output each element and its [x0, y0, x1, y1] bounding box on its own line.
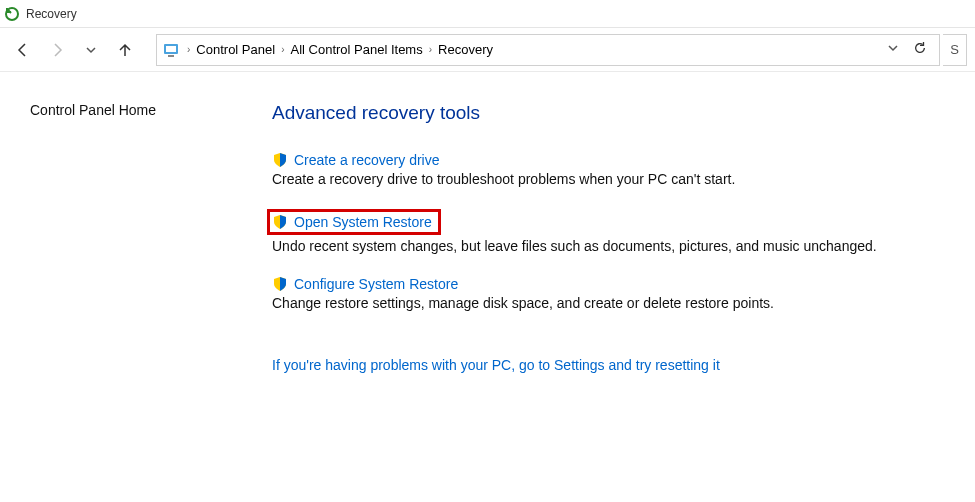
search-placeholder: S [950, 42, 959, 57]
create-recovery-drive-link[interactable]: Create a recovery drive [294, 152, 440, 168]
forward-button[interactable] [42, 35, 72, 65]
control-panel-icon [163, 41, 181, 59]
svg-rect-2 [166, 46, 176, 52]
titlebar: Recovery [0, 0, 975, 28]
open-system-restore-desc: Undo recent system changes, but leave fi… [272, 238, 955, 254]
recovery-app-icon [4, 6, 20, 22]
open-system-restore-link[interactable]: Open System Restore [294, 214, 432, 230]
content-area: Control Panel Home Advanced recovery too… [0, 72, 975, 373]
refresh-button[interactable] [913, 41, 927, 58]
shield-icon [272, 152, 288, 168]
configure-system-restore-desc: Change restore settings, manage disk spa… [272, 295, 955, 311]
shield-icon [272, 276, 288, 292]
tool-configure-system-restore: Configure System Restore Change restore … [272, 276, 955, 311]
control-panel-home-link[interactable]: Control Panel Home [30, 102, 250, 118]
breadcrumb-recovery[interactable]: Recovery [438, 42, 493, 57]
back-button[interactable] [8, 35, 38, 65]
svg-rect-3 [168, 55, 174, 57]
settings-reset-link[interactable]: If you're having problems with your PC, … [272, 357, 720, 373]
main-panel: Advanced recovery tools Create a recover… [250, 102, 975, 373]
highlight-box: Open System Restore [267, 209, 441, 235]
search-box[interactable]: S [943, 34, 967, 66]
shield-icon [272, 214, 288, 230]
up-button[interactable] [110, 35, 140, 65]
sidebar: Control Panel Home [0, 102, 250, 373]
tool-open-system-restore: Open System Restore Undo recent system c… [272, 209, 955, 254]
chevron-right-icon: › [429, 44, 432, 55]
address-bar[interactable]: › Control Panel › All Control Panel Item… [156, 34, 940, 66]
chevron-right-icon: › [281, 44, 284, 55]
page-heading: Advanced recovery tools [272, 102, 955, 124]
chevron-right-icon: › [187, 44, 190, 55]
address-dropdown-icon[interactable] [887, 42, 899, 57]
window-title: Recovery [26, 7, 77, 21]
breadcrumb-all-items[interactable]: All Control Panel Items [290, 42, 422, 57]
recent-locations-dropdown[interactable] [76, 35, 106, 65]
breadcrumb-control-panel[interactable]: Control Panel [196, 42, 275, 57]
toolbar: › Control Panel › All Control Panel Item… [0, 28, 975, 72]
configure-system-restore-link[interactable]: Configure System Restore [294, 276, 458, 292]
create-recovery-drive-desc: Create a recovery drive to troubleshoot … [272, 171, 955, 187]
tool-create-recovery-drive: Create a recovery drive Create a recover… [272, 152, 955, 187]
